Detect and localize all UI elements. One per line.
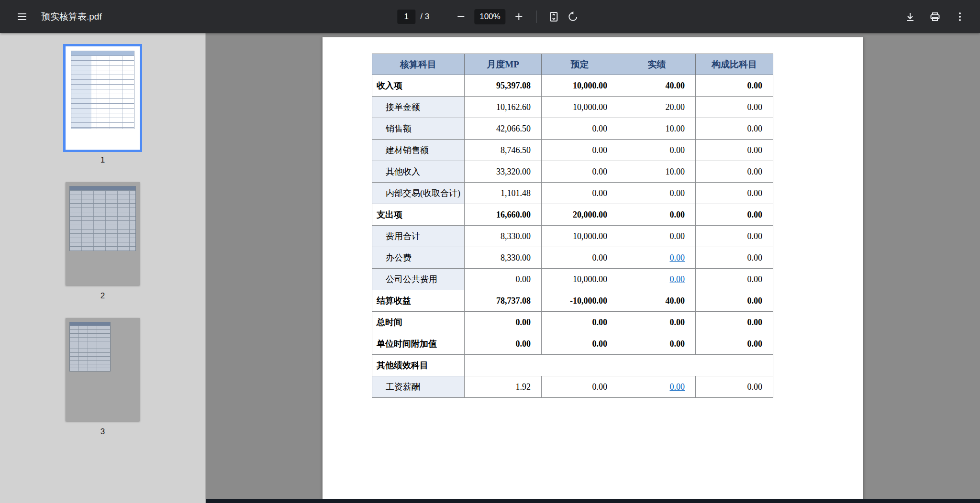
value-cell: 10,000.00 (542, 269, 618, 290)
thumbnail-preview[interactable] (66, 318, 140, 421)
value-cell: 95,397.08 (465, 75, 542, 97)
value-cell: 0.00 (618, 140, 696, 161)
table-header-cell: 构成比科目 (696, 54, 773, 75)
value-cell: 0.00 (696, 226, 773, 247)
zoom-out-button[interactable] (451, 7, 470, 26)
page-number-input[interactable] (397, 10, 415, 24)
empty-cell (465, 355, 773, 376)
row-label-cell: 办公费 (372, 247, 465, 269)
value-cell: 33,320.00 (465, 161, 542, 183)
thumbnail-preview[interactable] (66, 46, 140, 150)
value-cell: 0.00 (696, 269, 773, 290)
value-cell: 0.00 (618, 376, 696, 398)
value-cell: 10.00 (618, 118, 696, 140)
hamburger-menu-icon (16, 11, 28, 22)
value-cell: 0.00 (542, 376, 618, 398)
value-cell: 10.00 (618, 161, 696, 183)
print-button[interactable] (925, 7, 945, 26)
value-cell: 10,000.00 (542, 226, 618, 247)
table-row: 收入项95,397.0810,000.0040.000.00 (372, 75, 773, 97)
value-cell: 10,000.00 (542, 97, 618, 118)
value-cell: 0.00 (542, 247, 618, 269)
pdf-viewer: 预实核算表.pdf / 3 100% (0, 0, 980, 503)
value-cell: 1,101.48 (465, 183, 542, 204)
value-link[interactable]: 0.00 (670, 382, 685, 392)
horizontal-scrollbar[interactable] (206, 499, 980, 503)
value-cell: 10,000.00 (542, 75, 618, 97)
value-cell: 1.92 (465, 376, 542, 398)
zoom-level: 100% (474, 9, 505, 24)
value-cell: 16,660.00 (465, 204, 542, 226)
value-cell: 0.00 (696, 204, 773, 226)
table-header-cell: 预定 (542, 54, 618, 75)
value-cell: 0.00 (696, 183, 773, 204)
thumbnail-preview[interactable] (66, 182, 140, 285)
toolbar: 预实核算表.pdf / 3 100% (0, 0, 980, 33)
value-link[interactable]: 0.00 (670, 253, 685, 262)
fit-page-button[interactable] (545, 7, 564, 26)
page-count-label: / 3 (420, 12, 451, 22)
value-cell: 0.00 (465, 269, 542, 290)
row-label-cell: 收入项 (372, 75, 465, 97)
value-cell: 0.00 (696, 161, 773, 183)
value-cell: 0.00 (696, 376, 773, 398)
value-cell: 0.00 (696, 290, 773, 312)
more-options-button[interactable] (950, 7, 969, 26)
value-cell: 78,737.08 (465, 290, 542, 312)
row-label-cell: 销售额 (372, 118, 465, 140)
thumbnail-page-1[interactable]: 1 (0, 46, 205, 165)
thumbnail-sidebar[interactable]: 123 (0, 33, 206, 503)
row-label-cell: 公司公共费用 (372, 269, 465, 290)
value-cell: 0.00 (618, 312, 696, 333)
value-cell: 8,746.50 (465, 140, 542, 161)
value-cell: 0.00 (618, 226, 696, 247)
table-row: 其他绩效科目 (372, 355, 773, 376)
toolbar-divider (536, 11, 537, 23)
value-cell: 0.00 (618, 333, 696, 355)
download-button[interactable] (901, 7, 920, 26)
rotate-button[interactable] (564, 7, 583, 26)
table-row: 内部交易(收取合计)1,101.480.000.000.00 (372, 183, 773, 204)
toolbar-center-group: / 3 100% (397, 0, 582, 33)
row-label-cell: 其他收入 (372, 161, 465, 183)
value-cell: 0.00 (542, 161, 618, 183)
value-cell: 0.00 (696, 333, 773, 355)
row-label-cell: 工资薪酬 (372, 376, 465, 398)
zoom-in-button[interactable] (510, 7, 529, 26)
thumbnail-page-number: 1 (100, 155, 105, 165)
thumbnail-page-2[interactable]: 2 (0, 182, 205, 301)
value-cell: 0.00 (696, 140, 773, 161)
toolbar-left-group: 预实核算表.pdf (0, 7, 102, 26)
value-cell: 0.00 (542, 140, 618, 161)
table-row: 接单金额10,162.6010,000.0020.000.00 (372, 97, 773, 118)
table-row: 支出项16,660.0020,000.000.000.00 (372, 204, 773, 226)
value-cell: 40.00 (618, 290, 696, 312)
value-cell: 0.00 (696, 97, 773, 118)
thumbnail-page-number: 3 (100, 427, 105, 437)
value-cell: 0.00 (696, 118, 773, 140)
document-viewer[interactable]: 核算科目月度MP预定实绩构成比科目收入项95,397.0810,000.0040… (206, 33, 980, 503)
menu-button[interactable] (12, 7, 32, 26)
pdf-page: 核算科目月度MP预定实绩构成比科目收入项95,397.0810,000.0040… (323, 37, 863, 503)
row-label-cell: 支出项 (372, 204, 465, 226)
table-row: 公司公共费用0.0010,000.000.000.00 (372, 269, 773, 290)
value-link[interactable]: 0.00 (670, 274, 685, 284)
table-row: 办公费8,330.000.000.000.00 (372, 247, 773, 269)
table-row: 费用合计8,330.0010,000.000.000.00 (372, 226, 773, 247)
value-cell: 0.00 (618, 183, 696, 204)
value-cell: 0.00 (618, 247, 696, 269)
thumbnail-page-3[interactable]: 3 (0, 318, 205, 437)
value-cell: 8,330.00 (465, 247, 542, 269)
value-cell: 20,000.00 (542, 204, 618, 226)
value-cell: 0.00 (465, 333, 542, 355)
minus-icon (455, 11, 467, 22)
value-cell: 0.00 (696, 312, 773, 333)
table-header-cell: 实绩 (618, 54, 696, 75)
budget-table: 核算科目月度MP预定实绩构成比科目收入项95,397.0810,000.0040… (372, 54, 773, 398)
table-header-cell: 核算科目 (372, 54, 465, 75)
value-cell: 0.00 (618, 269, 696, 290)
table-header-row: 核算科目月度MP预定实绩构成比科目 (372, 54, 773, 75)
value-cell: -10,000.00 (542, 290, 618, 312)
table-row: 结算收益78,737.08-10,000.0040.000.00 (372, 290, 773, 312)
viewer-body: 123 核算科目月度MP预定实绩构成比科目收入项95,397.0810,000.… (0, 33, 980, 503)
